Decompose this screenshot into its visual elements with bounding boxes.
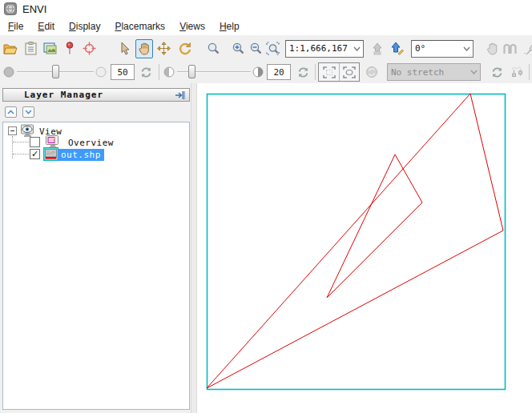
menu-display[interactable]: Display [62, 18, 107, 34]
stretch-value: No stretch [391, 67, 467, 78]
north-arrow-icon [390, 42, 404, 55]
zoom-in-icon [232, 42, 245, 55]
stretch-reset-button[interactable] [363, 62, 381, 82]
zoom-previous-button[interactable] [369, 39, 386, 58]
placemark-button[interactable] [61, 39, 79, 58]
four-way-arrows-icon [157, 42, 171, 55]
vector-create-button[interactable] [521, 39, 532, 58]
brightness-max-icon [94, 62, 108, 82]
image-view-canvas[interactable] [197, 83, 532, 413]
open-file-button[interactable] [2, 39, 19, 58]
title-bar: ENVI [0, 0, 532, 18]
rotate-view-button[interactable] [175, 39, 193, 58]
menu-help[interactable]: Help [212, 18, 247, 34]
contrast-slider[interactable] [177, 64, 251, 80]
chip-image-icon [43, 42, 57, 55]
window-title: ENVI [22, 3, 46, 15]
layer-manager-header[interactable]: Layer Manager [2, 88, 190, 102]
menu-file[interactable]: File [1, 18, 30, 34]
panel-splitter[interactable] [191, 83, 197, 413]
vector-polygon-2[interactable] [327, 154, 422, 298]
pan-hand-icon [139, 42, 150, 55]
chevron-down-icon [460, 46, 473, 51]
overview-layer-label[interactable]: Overview [68, 138, 114, 148]
display-toolbar: 50 20 [0, 61, 532, 83]
chip-view-button[interactable] [41, 39, 58, 58]
zoom-out-button[interactable] [247, 39, 264, 58]
envi-window: { "window": { "title": "ENVI" }, "menu":… [0, 0, 532, 413]
vector-polygon-1[interactable] [207, 94, 503, 388]
data-manager-button[interactable] [22, 39, 39, 58]
outshp-checkbox[interactable]: ✓ [30, 149, 40, 159]
stretch-refresh-button[interactable] [488, 62, 506, 82]
layer-manager-title: Layer Manager [24, 90, 103, 100]
vector-canvas-svg [197, 83, 532, 413]
stretch-view-extent-button[interactable] [339, 63, 359, 81]
crosshair-icon [83, 42, 96, 55]
brightness-slider-thumb[interactable] [52, 65, 59, 78]
sliders-icon [510, 66, 524, 78]
select-arrow-icon [120, 42, 131, 55]
fly-button[interactable] [155, 39, 172, 58]
refresh-icon [297, 66, 309, 78]
move-layer-up-button[interactable] [5, 106, 17, 118]
stretch-combobox[interactable]: No stretch [387, 63, 481, 81]
open-folder-icon [3, 42, 18, 55]
contrast-slider-thumb[interactable] [188, 65, 195, 78]
zoom-select-icon [266, 42, 280, 55]
contrast-input[interactable]: 20 [267, 64, 291, 80]
zoom-fit-icon [207, 42, 220, 55]
rotation-value: 0° [415, 43, 460, 54]
vertices-icon [503, 43, 517, 54]
zoom-fit-button[interactable] [204, 39, 222, 58]
disabled-hand-icon [486, 42, 498, 55]
zoom-select-button[interactable] [264, 39, 282, 58]
rotation-combobox[interactable]: 0° [411, 40, 474, 58]
check-mark-icon: ✓ [31, 149, 38, 158]
tree-expander-collapse[interactable] [8, 126, 17, 135]
zoom-scale-combobox[interactable]: 1:1,666,167 [285, 40, 364, 58]
go-to-button[interactable] [80, 39, 98, 58]
tree-connector [13, 142, 29, 142]
refresh-icon [140, 66, 152, 78]
full-extent-brackets-icon [323, 66, 336, 78]
zoom-scale-value: 1:1,666,167 [289, 43, 350, 54]
menu-bar: File Edit Display Placemarks Views Help [0, 18, 532, 35]
menu-views[interactable]: Views [172, 18, 212, 34]
feather-pen-icon [523, 42, 532, 55]
main-toolbar: 1:1,666,167 0° [0, 35, 532, 61]
contrast-max-icon [251, 62, 265, 82]
chevron-up-icon [7, 110, 14, 114]
view-monitor-eye-icon [20, 124, 35, 137]
pan-button[interactable] [135, 39, 153, 58]
menu-edit[interactable]: Edit [30, 18, 62, 34]
dock-panel-icon[interactable] [175, 90, 186, 100]
select-button[interactable] [116, 39, 134, 58]
north-up-button[interactable] [388, 39, 405, 58]
stretch-extent-group [318, 62, 360, 82]
outshp-layer-label[interactable]: out.shp [58, 149, 104, 161]
brightness-slider[interactable] [17, 64, 94, 80]
overview-layer-icon [44, 134, 61, 148]
envi-app-icon [4, 2, 17, 15]
outshp-layer-icon [43, 147, 58, 161]
stretch-full-extent-button[interactable] [319, 63, 339, 81]
edit-vertices-button[interactable] [501, 39, 518, 58]
layer-tree: View Overview ✓ out.shp [2, 122, 190, 410]
brightness-input[interactable]: 50 [111, 64, 135, 80]
view-extent-rect [208, 94, 506, 390]
chevron-down-icon [25, 110, 32, 114]
brightness-min-icon [2, 62, 16, 82]
overview-checkbox[interactable] [30, 137, 40, 147]
vector-pan-button[interactable] [483, 39, 501, 58]
custom-stretch-button[interactable] [508, 62, 526, 82]
contrast-reset-button[interactable] [294, 62, 312, 82]
contrast-min-icon [162, 62, 176, 82]
refresh-icon [491, 66, 503, 78]
brightness-reset-button[interactable] [137, 62, 155, 82]
tree-connector [13, 154, 29, 154]
view-extent-brackets-icon [343, 66, 356, 78]
menu-placemarks[interactable]: Placemarks [107, 18, 172, 34]
zoom-in-button[interactable] [229, 39, 247, 58]
move-layer-down-button[interactable] [22, 106, 34, 118]
